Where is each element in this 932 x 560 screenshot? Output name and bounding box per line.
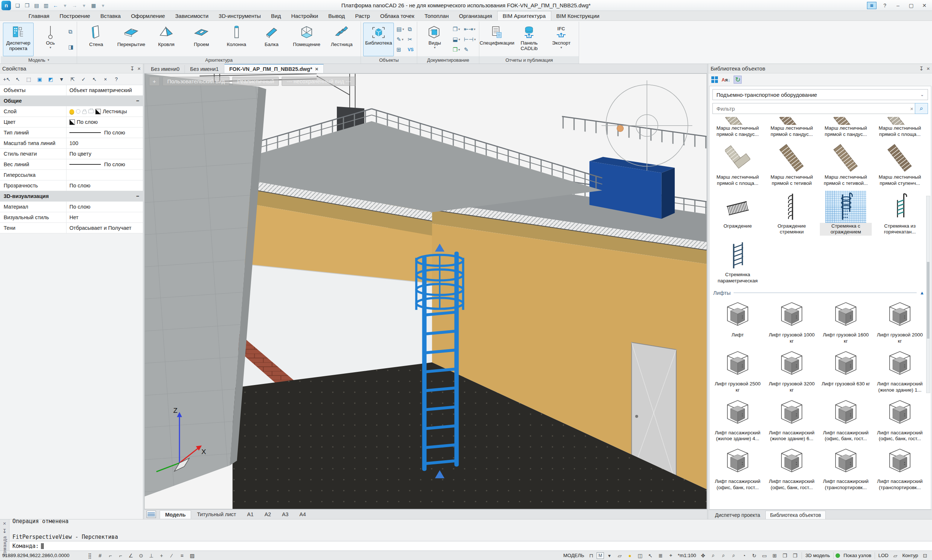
grid-view-icon[interactable] xyxy=(711,76,718,83)
pan-icon[interactable]: ✥ xyxy=(698,552,707,560)
library-item[interactable]: Лифт грузовой 1000 кг xyxy=(766,300,818,345)
clear-filter-icon[interactable]: × xyxy=(910,106,914,112)
library-item[interactable]: Лифт пассажирский (жилое здание) 4... xyxy=(712,397,764,443)
ribbon-tab[interactable]: Топоплан xyxy=(420,11,454,20)
sheet-tab[interactable]: Титульный лист xyxy=(192,510,241,519)
ribbon-tab[interactable]: Построение xyxy=(54,11,95,20)
close-icon[interactable]: × xyxy=(3,520,6,526)
collapse-icon[interactable]: − xyxy=(136,98,139,104)
grid-icon[interactable]: # xyxy=(95,552,105,560)
project-manager-button[interactable]: Диспетчер проекта xyxy=(3,23,34,56)
collapse-section-icon[interactable]: ▲ xyxy=(920,290,924,295)
layer-on-icon[interactable] xyxy=(69,109,74,114)
annotate-icon[interactable]: ✎ xyxy=(463,45,477,54)
select-icon[interactable]: ↖ xyxy=(13,74,23,84)
pin-icon[interactable]: ↧ xyxy=(919,65,924,72)
contour-toggle[interactable]: Контур xyxy=(901,553,920,558)
library-item[interactable]: Лифт грузовой 2000 кг xyxy=(874,300,926,345)
plane-section-icon[interactable]: ⬓▾ xyxy=(452,35,461,44)
sheet-list-icon[interactable] xyxy=(146,511,156,518)
ribbon-button[interactable]: Стена xyxy=(79,23,113,56)
refresh-icon[interactable]: ↻ xyxy=(734,75,742,84)
library-item[interactable]: Стремянка параметрическая xyxy=(712,239,764,285)
undo-icon[interactable]: ← xyxy=(51,2,60,9)
sort-alpha-icon[interactable]: Ая↓ xyxy=(721,77,730,83)
library-item[interactable]: Марш лестничный прямой с тетивой... xyxy=(820,142,872,187)
prop-row-color[interactable]: Цвет По слою xyxy=(0,117,143,128)
chevron-down-icon[interactable]: ▾ xyxy=(434,46,436,50)
isolate-objects-icon[interactable]: ◫ xyxy=(635,552,645,560)
lock-icon[interactable]: ⊓ xyxy=(586,552,596,560)
library-item[interactable]: Лифт грузовой 1600 кг xyxy=(820,300,872,345)
ribbon-button[interactable]: Помещение xyxy=(290,23,323,56)
session-panel-icon[interactable]: ▦ xyxy=(867,2,877,9)
fit-screen-icon[interactable]: ⊞ xyxy=(770,552,779,560)
viewport-3d-scene[interactable]: Z X xyxy=(145,74,707,509)
redo-icon[interactable]: → xyxy=(70,2,79,9)
prop-section-3d-viz[interactable]: 3D-визуализация− xyxy=(0,191,143,202)
library-item[interactable]: Марш лестничный прямой с площа... xyxy=(712,142,764,187)
open-file-icon[interactable]: ❒ xyxy=(23,2,31,9)
dynamic-input-icon[interactable]: ⌖ xyxy=(666,552,675,560)
prop-row-ltscale[interactable]: Масштаб типа линий 100 xyxy=(0,138,143,149)
sheet-tab[interactable]: А3 xyxy=(277,510,294,519)
dimension-horizontal-icon[interactable]: ⇤⇥▾ xyxy=(463,25,477,34)
library-item[interactable]: Лифт пассажирский (офис, банк, гост... xyxy=(820,397,872,443)
library-item[interactable]: Марш лестничный прямой с площа... xyxy=(874,117,926,138)
lineweight-display-icon[interactable]: ≡ xyxy=(177,552,187,560)
axis-copy-icon[interactable]: ⧉ xyxy=(67,28,75,36)
collapse-icon[interactable]: − xyxy=(136,193,139,199)
library-item[interactable]: Лифт пассажирский (жилое здание) 1... xyxy=(874,349,926,394)
copy-properties-icon[interactable]: ⧉ xyxy=(407,25,415,34)
library-item[interactable]: Лифт пассажирский (жилое здание) 6... xyxy=(766,397,818,443)
document-tab[interactable]: FOK-VN_АР_ПМ_П_NBB25.dwg* × xyxy=(225,64,324,73)
prop-row-visualstyle[interactable]: Визуальный стиль Нет xyxy=(0,212,143,223)
ribbon-tab[interactable]: Вид xyxy=(266,11,286,20)
prop-row-lineweight[interactable]: Вес линий По слою xyxy=(0,159,143,170)
viewport-3d[interactable]: Z X + Пользовательский вид Реалистичный … xyxy=(144,74,707,509)
color-swatch[interactable] xyxy=(69,120,75,125)
prop-row-shadows[interactable]: Тени Отбрасывает и Получает xyxy=(0,223,143,234)
axis-edit-icon[interactable]: ◨ xyxy=(67,43,75,51)
ribbon-tab[interactable]: Вывод xyxy=(323,11,350,20)
add-object-icon[interactable]: ⊞ xyxy=(395,45,405,54)
prop-row-linetype[interactable]: Тип линий По слою xyxy=(0,128,143,138)
ribbon-tab[interactable]: BIM Архитектура xyxy=(497,11,551,20)
command-input[interactable]: Команда: xyxy=(9,541,932,551)
update-view-icon[interactable]: ❐▾ xyxy=(452,45,461,54)
view-name-button[interactable]: Пользовательский вид xyxy=(163,77,229,86)
close-icon[interactable]: × xyxy=(315,66,318,72)
scale-display[interactable]: *m1:100 xyxy=(676,553,697,558)
library-item[interactable]: Стремянка с ограждением xyxy=(820,191,872,236)
zoom-window-icon[interactable]: ⌕ xyxy=(719,552,728,560)
grid-dots-icon[interactable]: ⣿ xyxy=(85,552,95,560)
otrack-icon[interactable]: ∕ xyxy=(167,552,177,560)
ribbon-button[interactable]: Перекрытие xyxy=(114,23,148,56)
dimension-linear-icon[interactable]: ⊢⊣▾ xyxy=(463,35,477,44)
deselect-icon[interactable]: × xyxy=(100,74,110,84)
prop-row-plotstyle[interactable]: Стиль печати По цвету xyxy=(0,149,143,159)
minimize-button[interactable]: – xyxy=(892,1,904,10)
close-icon[interactable]: × xyxy=(137,65,141,72)
edit-object-icon[interactable]: ✎▾ xyxy=(395,35,405,44)
library-scrollbar[interactable] xyxy=(926,196,930,393)
export-button[interactable]: IFC Экспорт ▾ xyxy=(546,23,577,56)
ribbon-tab[interactable]: Организация xyxy=(454,11,497,20)
view-number-icon[interactable]: ▤▾ xyxy=(395,25,405,34)
library-item[interactable]: Марш лестничный прямой с пандус... xyxy=(820,117,872,138)
specifications-button[interactable]: Спецификации xyxy=(481,23,512,56)
model-badge[interactable]: M xyxy=(597,552,604,559)
selection-cursor-icon[interactable]: ↖ xyxy=(646,552,655,560)
ribbon-tab[interactable]: BIM Конструкции xyxy=(551,11,604,20)
save-all-icon[interactable]: ▥ xyxy=(42,2,51,9)
orbit-icon[interactable]: ◔ xyxy=(739,552,749,560)
library-item[interactable]: Стремянка из горячекатан... xyxy=(874,191,926,236)
chevron-down-icon[interactable]: ▾ xyxy=(50,46,52,50)
library-item[interactable]: Марш лестничный прямой ступенч... xyxy=(874,142,926,187)
library-item[interactable]: Лифт пассажирский (офис, банк, гост... xyxy=(712,446,764,491)
ribbon-tab[interactable]: Растр xyxy=(350,11,375,20)
maximize-button[interactable]: ▢ xyxy=(905,1,917,10)
ribbon-button[interactable]: Лестница xyxy=(325,23,358,56)
zoom-icon[interactable]: ⌕ xyxy=(708,552,718,560)
library-item[interactable]: Марш лестничный прямой с пандус... xyxy=(712,117,764,138)
